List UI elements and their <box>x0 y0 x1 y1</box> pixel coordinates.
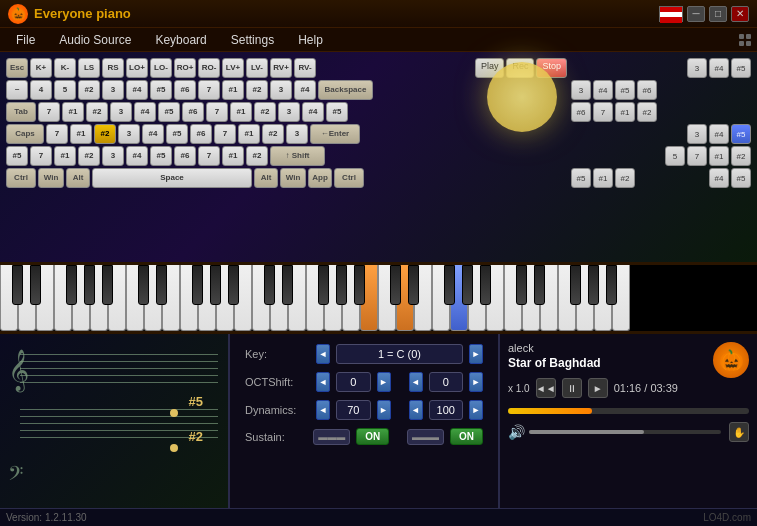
black-key-1[interactable] <box>30 265 41 305</box>
rk-5-2[interactable]: #1 <box>593 168 613 188</box>
sustain1-slider[interactable]: ▬▬▬ <box>313 429 350 445</box>
sustain1-toggle[interactable]: ON <box>356 428 389 445</box>
rk-5-1[interactable]: #5 <box>571 168 591 188</box>
key-r3-7[interactable]: #6 <box>190 124 212 144</box>
key-tilde[interactable]: ~ <box>6 80 28 100</box>
key-r4-2[interactable]: 7 <box>30 146 52 166</box>
key-ctrl-r[interactable]: Ctrl <box>334 168 364 188</box>
key-r3-6[interactable]: #5 <box>166 124 188 144</box>
rk-4-4[interactable]: #2 <box>731 146 751 166</box>
sustain2-slider[interactable]: ▬▬▬ <box>407 429 444 445</box>
menu-help[interactable]: Help <box>286 31 335 49</box>
progress-bar[interactable] <box>508 408 749 414</box>
black-key-10[interactable] <box>192 265 203 305</box>
key-roplus[interactable]: RO+ <box>174 58 196 78</box>
key-r3-5[interactable]: #4 <box>142 124 164 144</box>
rk-2-2[interactable]: 7 <box>593 102 613 122</box>
rk-4-3[interactable]: #1 <box>709 146 729 166</box>
black-key-8[interactable] <box>156 265 167 305</box>
rk-0-1[interactable]: 3 <box>687 58 707 78</box>
key-r2-2[interactable]: #1 <box>62 102 84 122</box>
black-key-19[interactable] <box>354 265 365 305</box>
key-r2-7[interactable]: #6 <box>182 102 204 122</box>
black-key-0[interactable] <box>12 265 23 305</box>
rk-1-4[interactable]: #6 <box>637 80 657 100</box>
key-r1-7[interactable]: #6 <box>174 80 196 100</box>
key-r2-3[interactable]: #2 <box>86 102 108 122</box>
key-r3-1[interactable]: 7 <box>46 124 68 144</box>
key-r4-10[interactable]: #1 <box>222 146 244 166</box>
key-4[interactable]: 4 <box>30 80 52 100</box>
rk-5-4[interactable]: #4 <box>709 168 729 188</box>
rewind-button[interactable]: ◄◄ <box>536 378 556 398</box>
rk-4-2[interactable]: 7 <box>687 146 707 166</box>
key-r2-5[interactable]: #4 <box>134 102 156 122</box>
key-r3-9[interactable]: #1 <box>238 124 260 144</box>
key-r3-10[interactable]: #2 <box>262 124 284 144</box>
key-r1-11[interactable]: 3 <box>270 80 292 100</box>
key-5[interactable]: 5 <box>54 80 76 100</box>
minimize-button[interactable]: ─ <box>687 6 705 22</box>
black-key-25[interactable] <box>462 265 473 305</box>
sustain2-toggle[interactable]: ON <box>450 428 483 445</box>
key-r3-4[interactable]: 3 <box>118 124 140 144</box>
key-r1-5[interactable]: #4 <box>126 80 148 100</box>
black-key-33[interactable] <box>606 265 617 305</box>
black-key-18[interactable] <box>336 265 347 305</box>
rk-5-3[interactable]: #2 <box>615 168 635 188</box>
key-app[interactable]: App <box>308 168 332 188</box>
black-key-15[interactable] <box>282 265 293 305</box>
key-r4-5[interactable]: 3 <box>102 146 124 166</box>
rk-1-3[interactable]: #5 <box>615 80 635 100</box>
key-r1-12[interactable]: #4 <box>294 80 316 100</box>
key-kminus[interactable]: K- <box>54 58 76 78</box>
key-r4-4[interactable]: #2 <box>78 146 100 166</box>
key-r1-6[interactable]: #5 <box>150 80 172 100</box>
black-key-21[interactable] <box>390 265 401 305</box>
black-key-14[interactable] <box>264 265 275 305</box>
rk-1-1[interactable]: 3 <box>571 80 591 100</box>
key-lo[interactable]: LO- <box>150 58 172 78</box>
key-r2-11[interactable]: 3 <box>278 102 300 122</box>
key-space[interactable]: Space <box>92 168 252 188</box>
key-r3-3[interactable]: #2 <box>94 124 116 144</box>
key-r4-6[interactable]: #4 <box>126 146 148 166</box>
close-button[interactable]: ✕ <box>731 6 749 22</box>
black-key-22[interactable] <box>408 265 419 305</box>
key-right-arrow[interactable]: ► <box>469 344 483 364</box>
key-r2-10[interactable]: #2 <box>254 102 276 122</box>
key-r1-10[interactable]: #2 <box>246 80 268 100</box>
key-r4-1[interactable]: #5 <box>6 146 28 166</box>
oct1-left[interactable]: ◄ <box>316 372 330 392</box>
key-r2-13[interactable]: #5 <box>326 102 348 122</box>
maximize-button[interactable]: □ <box>709 6 727 22</box>
key-rvplus[interactable]: RV+ <box>270 58 292 78</box>
key-r2-8[interactable]: 7 <box>206 102 228 122</box>
key-r3-2[interactable]: #1 <box>70 124 92 144</box>
key-shift[interactable]: ↑ Shift <box>270 146 325 166</box>
dyn1-left[interactable]: ◄ <box>316 400 330 420</box>
key-ro[interactable]: RO- <box>198 58 220 78</box>
key-enter[interactable]: ←Enter <box>310 124 360 144</box>
key-loplus[interactable]: LO+ <box>126 58 148 78</box>
key-win-r[interactable]: Win <box>280 168 306 188</box>
key-r2-6[interactable]: #5 <box>158 102 180 122</box>
key-r1-8[interactable]: 7 <box>198 80 220 100</box>
oct1-right[interactable]: ► <box>377 372 391 392</box>
key-tab[interactable]: Tab <box>6 102 36 122</box>
key-left-arrow[interactable]: ◄ <box>316 344 330 364</box>
fast-forward-button[interactable]: ► <box>588 378 608 398</box>
key-r4-8[interactable]: #6 <box>174 146 196 166</box>
oct2-right[interactable]: ► <box>469 372 483 392</box>
black-key-24[interactable] <box>444 265 455 305</box>
black-key-3[interactable] <box>66 265 77 305</box>
dyn2-right[interactable]: ► <box>469 400 483 420</box>
key-lvplus[interactable]: LV+ <box>222 58 244 78</box>
rk-1-2[interactable]: #4 <box>593 80 613 100</box>
key-kplus[interactable]: K+ <box>30 58 52 78</box>
rk-3-3[interactable]: #5 <box>731 124 751 144</box>
hand-icon[interactable]: ✋ <box>729 422 749 442</box>
key-r4-11[interactable]: #2 <box>246 146 268 166</box>
rk-2-1[interactable]: #6 <box>571 102 591 122</box>
rk-5-5[interactable]: #5 <box>731 168 751 188</box>
